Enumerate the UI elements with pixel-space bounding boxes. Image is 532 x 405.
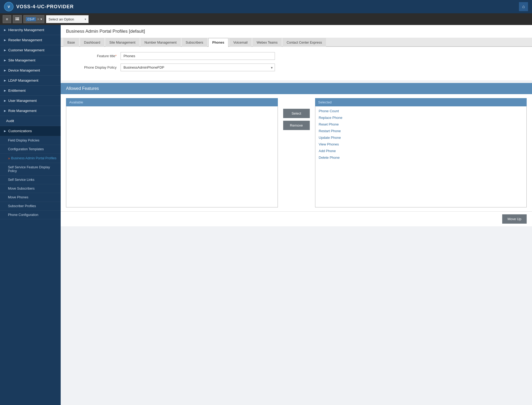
sidebar-item-site-management[interactable]: ▶Site Management xyxy=(0,55,61,65)
sidebar-subitem-self-service-links[interactable]: Self Service Links xyxy=(0,176,61,184)
sidebar-item-device-management[interactable]: ▶Device Management xyxy=(0,65,61,76)
form-area: Feature title* Phone Display Policy Busi… xyxy=(61,47,532,80)
sidebar-subitem-self-service-feature-display-policy[interactable]: Self Service Feature Display Policy xyxy=(0,163,61,176)
tab-site-management[interactable]: Site Management xyxy=(105,38,139,47)
tab-phones[interactable]: Phones xyxy=(208,38,228,47)
selected-item-7[interactable]: Delete Phone xyxy=(317,154,525,161)
sidebar-arrow-device-management: ▶ xyxy=(4,69,6,72)
tab-number-management[interactable]: Number Management xyxy=(141,38,181,47)
phone-display-policy-row: Phone Display Policy BusinessAdminPhoneF… xyxy=(67,64,525,71)
sidebar-item-reseller-management[interactable]: ▶Reseller Management xyxy=(0,35,61,45)
sidebar-subitem-field-display-policies[interactable]: Field Display Policies xyxy=(0,136,61,145)
home-button[interactable]: ⌂ xyxy=(519,2,528,11)
sidebar-arrow-customer-management: ▶ xyxy=(4,49,6,52)
svg-rect-9 xyxy=(15,19,17,20)
list-view-button[interactable]: ≡ xyxy=(3,15,11,23)
features-columns: Available Select Remove Selected Phone C… xyxy=(66,98,527,207)
selected-item-0[interactable]: Phone Count xyxy=(317,108,525,114)
selected-panel: Selected Phone CountReplace PhoneReset P… xyxy=(315,98,527,207)
option-dropdown[interactable]: Select an Option ▾ xyxy=(46,15,89,23)
selected-item-2[interactable]: Reset Phone xyxy=(317,121,525,128)
svg-rect-3 xyxy=(17,18,18,18)
subitem-label-move-phones: Move Phones xyxy=(8,195,28,199)
sidebar-label-ldap-management: LDAP Management xyxy=(8,78,38,82)
sidebar-label-role-management: Role Management xyxy=(8,109,36,113)
subitem-label-phone-configuration: Phone Configuration xyxy=(8,213,38,217)
tab-subscribers[interactable]: Subscribers xyxy=(182,38,207,47)
sidebar-item-audit[interactable]: Audit xyxy=(0,116,61,126)
tab-webex-teams[interactable]: Webex Teams xyxy=(253,38,282,47)
sidebar-subitem-subscriber-profiles[interactable]: Subscriber Profiles xyxy=(0,202,61,211)
features-actions: Select Remove xyxy=(281,109,312,130)
sidebar-arrow-hierarchy-management: ▶ xyxy=(4,28,6,31)
features-body: Available Select Remove Selected Phone C… xyxy=(61,94,532,211)
sidebar-arrow-role-management: ▶ xyxy=(4,109,6,112)
sidebar-item-customer-management[interactable]: ▶Customer Management xyxy=(0,45,61,55)
content-header: Business Admin Portal Profiles [default] xyxy=(61,25,532,38)
svg-rect-2 xyxy=(15,18,17,18)
sidebar-subitem-phone-configuration[interactable]: Phone Configuration xyxy=(0,211,61,219)
tab-contact-center[interactable]: Contact Center Express xyxy=(283,38,326,47)
sidebar-subitem-move-phones[interactable]: Move Phones xyxy=(0,193,61,202)
voss-logo: V xyxy=(4,2,14,11)
option-dropdown-label: Select an Option xyxy=(48,17,74,21)
sidebar-item-role-management[interactable]: ▶Role Management xyxy=(0,106,61,116)
hierarchy-icon xyxy=(15,17,19,21)
allowed-features-section: Allowed Features Available Select Remove xyxy=(61,83,532,211)
subitem-label-self-service-links: Self Service Links xyxy=(8,178,34,182)
sidebar-item-customizations[interactable]: ▶ Customizations xyxy=(0,126,61,136)
feature-title-label: Feature title* xyxy=(67,54,121,58)
subitem-label-business-admin-portal-profiles: Business Admin Portal Profiles xyxy=(11,156,56,160)
sidebar-item-user-management[interactable]: ▶User Management xyxy=(0,96,61,106)
bottom-actions: Move Up xyxy=(61,211,532,226)
logo-area: V VOSS-4-UC-PROVIDER xyxy=(4,2,74,11)
selected-item-6[interactable]: Add Phone xyxy=(317,148,525,154)
tab-base[interactable]: Base xyxy=(63,38,79,47)
hierarchy-view-button[interactable] xyxy=(13,15,22,23)
tab-voicemail[interactable]: Voicemail xyxy=(229,38,252,47)
context-selector[interactable]: CS-P ✕ ▾ xyxy=(23,15,44,23)
sidebar-item-entitlement[interactable]: ▶Entitlement xyxy=(0,86,61,96)
sidebar-subitem-configuration-templates[interactable]: Configuration Templates xyxy=(0,145,61,154)
tab-label-subscribers: Subscribers xyxy=(186,41,203,44)
option-dropdown-arrow: ▾ xyxy=(85,18,86,21)
svg-text:V: V xyxy=(8,5,10,9)
context-arrow: ▾ xyxy=(40,17,42,21)
select-button[interactable]: Select xyxy=(283,109,310,118)
selected-panel-body: Phone CountReplace PhoneReset PhoneResta… xyxy=(315,106,527,207)
tab-label-dashboard: Dashboard xyxy=(84,41,100,44)
tab-label-webex-teams: Webex Teams xyxy=(257,41,278,44)
phone-display-policy-select[interactable]: BusinessAdminPhoneFDP xyxy=(121,64,275,71)
tab-label-contact-center: Contact Center Express xyxy=(287,41,322,44)
selected-item-3[interactable]: Restart Phone xyxy=(317,128,525,134)
selected-panel-header: Selected xyxy=(315,98,527,106)
sidebar-item-hierarchy-management[interactable]: ▶Hierarchy Management xyxy=(0,25,61,35)
tab-dashboard[interactable]: Dashboard xyxy=(80,38,104,47)
subitem-label-subscriber-profiles: Subscriber Profiles xyxy=(8,204,36,208)
sidebar-arrow-entitlement: ▶ xyxy=(4,89,6,92)
sidebar-label-customer-management: Customer Management xyxy=(8,48,44,52)
sidebar-subitem-business-admin-portal-profiles[interactable]: »Business Admin Portal Profiles xyxy=(0,154,61,163)
feature-title-input[interactable] xyxy=(121,52,275,60)
context-close[interactable]: ✕ xyxy=(37,18,39,21)
main-layout: ▶Hierarchy Management▶Reseller Managemen… xyxy=(0,25,532,405)
phone-display-policy-wrapper: BusinessAdminPhoneFDP ▾ xyxy=(121,64,275,71)
selected-item-4[interactable]: Update Phone xyxy=(317,134,525,141)
selected-item-5[interactable]: View Phones xyxy=(317,141,525,148)
context-tag: CS-P xyxy=(26,17,36,21)
move-up-button[interactable]: Move Up xyxy=(502,214,527,224)
allowed-features-header: Allowed Features xyxy=(61,83,532,94)
tab-label-number-management: Number Management xyxy=(145,41,177,44)
subitem-label-self-service-feature-display-policy: Self Service Feature Display Policy xyxy=(8,165,57,173)
remove-button[interactable]: Remove xyxy=(283,121,310,130)
selected-item-1[interactable]: Replace Phone xyxy=(317,114,525,121)
required-star: * xyxy=(115,54,117,58)
sidebar-item-ldap-management[interactable]: ▶LDAP Management xyxy=(0,76,61,86)
available-panel: Available xyxy=(66,98,278,207)
sidebar-customizations-label: Customizations xyxy=(8,129,32,133)
sidebar-subitem-move-subscribers[interactable]: Move Subscribers xyxy=(0,184,61,193)
customizations-arrow: ▶ xyxy=(4,130,6,132)
page-title: Business Admin Portal Profiles [default] xyxy=(66,29,145,34)
app-title: VOSS-4-UC-PROVIDER xyxy=(16,4,74,10)
available-panel-body[interactable] xyxy=(66,106,278,207)
